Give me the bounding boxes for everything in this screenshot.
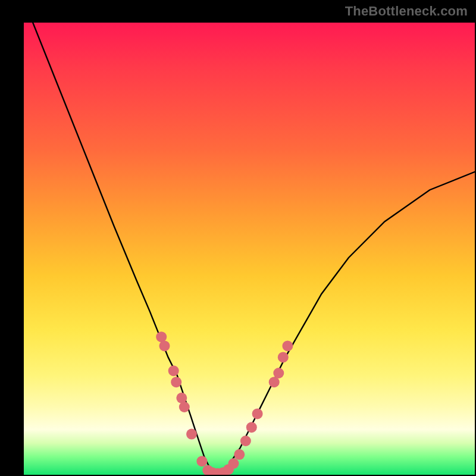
data-point [179,402,190,412]
data-point [240,436,251,446]
data-point [273,368,284,378]
data-point [282,340,293,351]
data-point [234,449,245,460]
bottleneck-curve [33,23,475,475]
curve-layer [24,23,475,475]
data-point [171,377,181,387]
data-point [186,429,197,440]
data-point [168,365,179,376]
watermark-text: TheBottleneck.com [345,4,468,19]
marker-group [156,331,293,475]
data-point [278,352,289,362]
data-point [228,458,239,469]
chart-frame: TheBottleneck.com [0,0,476,476]
data-point [246,422,257,433]
data-point [252,408,263,419]
plot-area [24,23,475,475]
data-point [176,393,187,403]
data-point [159,340,170,351]
data-point [196,456,207,466]
curve-path-group [33,23,475,475]
